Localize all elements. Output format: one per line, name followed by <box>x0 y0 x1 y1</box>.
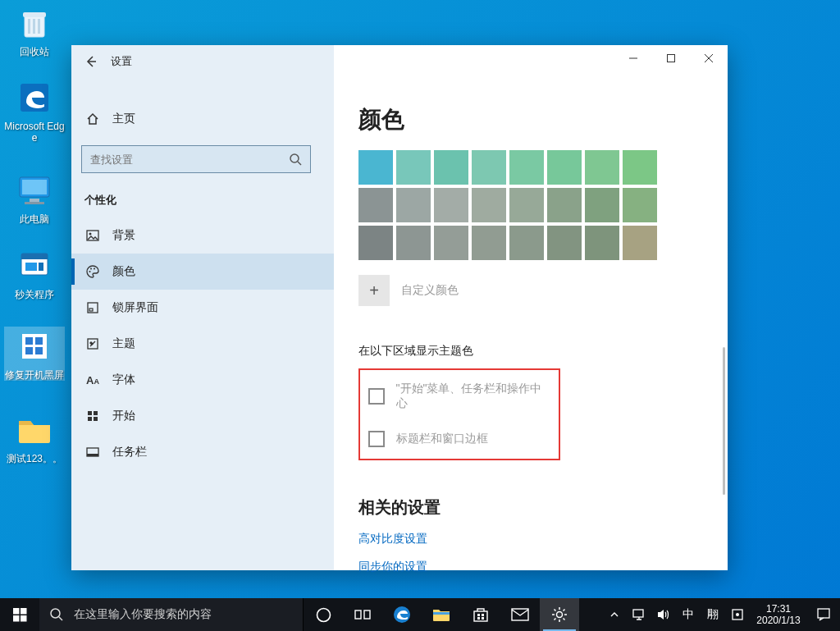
edge-icon <box>393 606 411 624</box>
color-swatch[interactable] <box>547 188 582 222</box>
color-swatch[interactable] <box>358 188 393 222</box>
nav-color[interactable]: 颜色 <box>71 254 334 290</box>
tray-network[interactable] <box>627 598 651 631</box>
taskbar-file-explorer[interactable] <box>422 598 461 631</box>
color-swatch[interactable] <box>585 188 619 222</box>
desktop-icon-label: 回收站 <box>4 46 65 57</box>
color-swatch[interactable] <box>358 150 393 185</box>
tray-action-center[interactable] <box>807 607 840 622</box>
color-swatch[interactable] <box>434 150 468 185</box>
desktop-icon-test-folder[interactable]: 测试123。。 <box>4 410 65 464</box>
color-swatch[interactable] <box>434 188 468 222</box>
color-swatch[interactable] <box>547 226 582 260</box>
search-icon <box>49 607 64 622</box>
settings-window: 设置 主页 个性化 背景 <box>71 45 728 570</box>
svg-rect-42 <box>364 610 370 619</box>
nav-background[interactable]: 背景 <box>71 217 334 254</box>
desktop-icon-fix-blackscreen[interactable]: 修复开机黑屏 <box>4 327 65 381</box>
color-swatch[interactable] <box>472 150 506 185</box>
nav-font[interactable]: AA 字体 <box>71 362 334 398</box>
color-swatch[interactable] <box>547 150 582 185</box>
picture-icon <box>84 229 101 242</box>
desktop-icon-close-program[interactable]: 秒关程序 <box>4 246 65 300</box>
color-swatch[interactable] <box>585 226 619 260</box>
tray-ime-mode[interactable]: 翢 <box>701 598 725 631</box>
maximize-button[interactable] <box>652 45 690 71</box>
link-sync-settings[interactable]: 同步你的设置 <box>358 560 427 574</box>
desktop-icon-edge[interactable]: Microsoft Edge <box>4 78 65 144</box>
tray-overflow[interactable] <box>602 598 627 631</box>
svg-point-23 <box>90 268 92 270</box>
checkbox-row-start: "开始"菜单、任务栏和操作中心 <box>368 382 549 411</box>
minimize-button[interactable] <box>614 45 652 71</box>
theme-icon <box>84 337 101 350</box>
desktop-icon-recycle-bin[interactable]: 回收站 <box>4 3 65 57</box>
color-swatch[interactable] <box>472 188 506 222</box>
settings-sidebar: 设置 主页 个性化 背景 <box>71 45 334 570</box>
desktop-icon-label: 修复开机黑屏 <box>4 369 65 381</box>
custom-color-button[interactable]: + <box>358 275 390 306</box>
nav-theme[interactable]: 主题 <box>71 326 334 362</box>
tray-volume[interactable] <box>651 598 676 631</box>
color-swatch[interactable] <box>509 188 544 222</box>
notification-icon <box>816 607 831 622</box>
taskbar-store[interactable] <box>461 598 500 631</box>
search-box[interactable] <box>81 145 311 173</box>
ime-icon <box>732 609 743 620</box>
back-button[interactable] <box>71 45 111 78</box>
close-button[interactable] <box>690 45 728 71</box>
color-swatch[interactable] <box>358 226 393 260</box>
taskbar-search[interactable]: 在这里输入你要搜索的内容 <box>39 598 304 631</box>
tray-ime-toggle[interactable] <box>725 598 750 631</box>
svg-point-19 <box>290 154 299 162</box>
taskbar-mail[interactable] <box>500 598 540 631</box>
desktop-icon-label: 秒关程序 <box>4 289 65 300</box>
svg-rect-52 <box>633 610 643 617</box>
start-button[interactable] <box>0 598 39 631</box>
svg-rect-4 <box>38 19 40 34</box>
desktop-icon-label: 测试123。。 <box>4 453 65 464</box>
task-view-button[interactable] <box>343 598 382 631</box>
color-swatch[interactable] <box>434 226 468 260</box>
tray-ime-lang[interactable]: 中 <box>676 598 701 631</box>
color-swatch[interactable] <box>623 188 657 222</box>
desktop-icon-this-pc[interactable]: 此电脑 <box>4 171 65 225</box>
nav-label: 锁屏界面 <box>112 300 158 315</box>
color-swatch[interactable] <box>509 226 544 260</box>
checkbox-titlebar-accent[interactable] <box>368 431 385 447</box>
svg-rect-2 <box>28 19 30 34</box>
color-swatch[interactable] <box>396 150 431 185</box>
home-icon <box>84 112 101 126</box>
maximize-icon <box>666 53 676 63</box>
scrollbar-thumb[interactable] <box>723 347 725 495</box>
color-swatch[interactable] <box>396 226 431 260</box>
taskbar-edge[interactable] <box>382 598 422 631</box>
color-swatch[interactable] <box>509 150 544 185</box>
cortana-button[interactable] <box>304 598 343 631</box>
nav-taskbar[interactable]: 任务栏 <box>71 434 334 470</box>
nav-lockscreen[interactable]: 锁屏界面 <box>71 290 334 326</box>
search-input[interactable] <box>82 153 310 166</box>
taskbar-icon <box>84 446 101 459</box>
svg-rect-45 <box>474 611 487 621</box>
color-swatch[interactable] <box>623 226 657 260</box>
color-swatch[interactable] <box>472 226 506 260</box>
svg-point-22 <box>89 271 91 272</box>
color-swatch[interactable] <box>396 188 431 222</box>
home-button[interactable]: 主页 <box>71 103 334 135</box>
nav-label: 背景 <box>112 228 135 243</box>
font-icon: AA <box>84 374 101 386</box>
color-swatch[interactable] <box>585 150 619 185</box>
tray-clock[interactable]: 17:31 2020/1/13 <box>750 603 807 626</box>
color-swatch[interactable] <box>623 150 657 185</box>
svg-rect-50 <box>512 609 528 620</box>
window-controls <box>614 45 728 71</box>
accent-section-heading: 在以下区域显示主题色 <box>358 344 728 359</box>
checkbox-start-accent[interactable] <box>368 388 385 405</box>
svg-point-21 <box>89 233 92 235</box>
svg-point-40 <box>317 608 330 621</box>
taskbar-settings[interactable] <box>540 598 579 631</box>
nav-start[interactable]: 开始 <box>71 398 334 434</box>
link-high-contrast[interactable]: 高对比度设置 <box>358 532 427 546</box>
svg-rect-49 <box>482 617 484 620</box>
